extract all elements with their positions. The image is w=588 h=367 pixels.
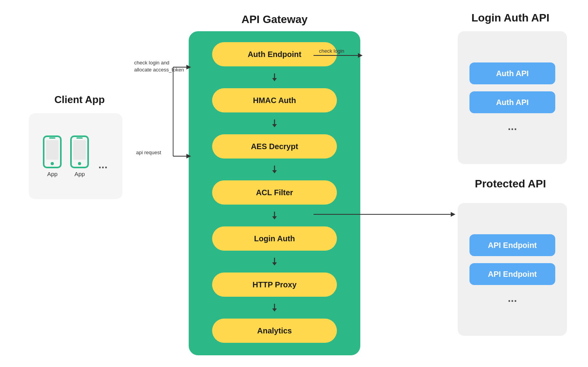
auth-endpoint-node: Auth Endpoint [212,42,337,66]
hmac-auth-node: HMAC Auth [212,88,337,112]
phone-icon-1 [42,135,62,168]
client-app-dots: ... [98,159,107,171]
client-app-title: Client App [33,94,126,106]
arrow-down-5 [271,258,278,265]
login-auth-api-box: Auth API Auth API ... [458,31,567,164]
svg-rect-5 [73,140,86,160]
svg-marker-13 [272,170,277,173]
svg-rect-7 [76,137,83,139]
svg-marker-9 [272,78,277,81]
svg-point-6 [78,162,81,165]
api-gateway-title: API Gateway [189,13,360,26]
diagram-container: Client App API Gateway Login Auth API Pr… [21,8,567,359]
svg-marker-15 [272,216,277,219]
api-endpoint-btn-2: API Endpoint [469,263,555,285]
phone-label-2: App [74,171,85,177]
svg-point-2 [51,162,54,165]
auth-api-btn-1: Auth API [469,62,555,84]
http-proxy-node: HTTP Proxy [212,273,337,297]
arrow-down-6 [271,304,278,312]
auth-api-btn-2: Auth API [469,91,555,113]
allocate-token-label: allocate access_token [134,67,184,73]
analytics-node: Analytics [212,319,337,343]
arrow-down-1 [271,73,278,81]
svg-marker-17 [272,262,277,265]
arrow-down-2 [271,119,278,127]
protected-api-dots: ... [508,292,517,305]
client-app-box: App App ... [29,113,122,199]
phone-icon-2 [69,135,90,168]
arrow-down-4 [271,212,278,219]
api-endpoint-btn-1: API Endpoint [469,234,555,256]
check-login-label: check login and [134,60,169,66]
login-auth-node: Login Auth [212,226,337,251]
aes-decrypt-node: AES Decrypt [212,134,337,159]
login-auth-api-title: Login Auth API [454,12,567,24]
acl-filter-node: ACL Filter [212,180,337,205]
api-gateway-box: Auth Endpoint HMAC Auth AES Decrypt ACL … [189,31,360,355]
svg-marker-28 [451,212,455,217]
phones-row: App App ... [42,135,109,177]
login-auth-dots: ... [508,120,517,133]
protected-api-box: API Endpoint API Endpoint ... [458,203,567,336]
svg-rect-1 [46,140,58,160]
phone-item-2: App [69,135,90,177]
api-request-label: api request [136,150,161,155]
protected-api-title: Protected API [454,178,567,190]
arrow-down-3 [271,166,278,173]
svg-marker-19 [272,308,277,312]
phone-label-1: App [47,171,58,177]
svg-rect-3 [49,137,55,139]
phone-item-1: App [42,135,62,177]
svg-marker-11 [272,124,277,127]
